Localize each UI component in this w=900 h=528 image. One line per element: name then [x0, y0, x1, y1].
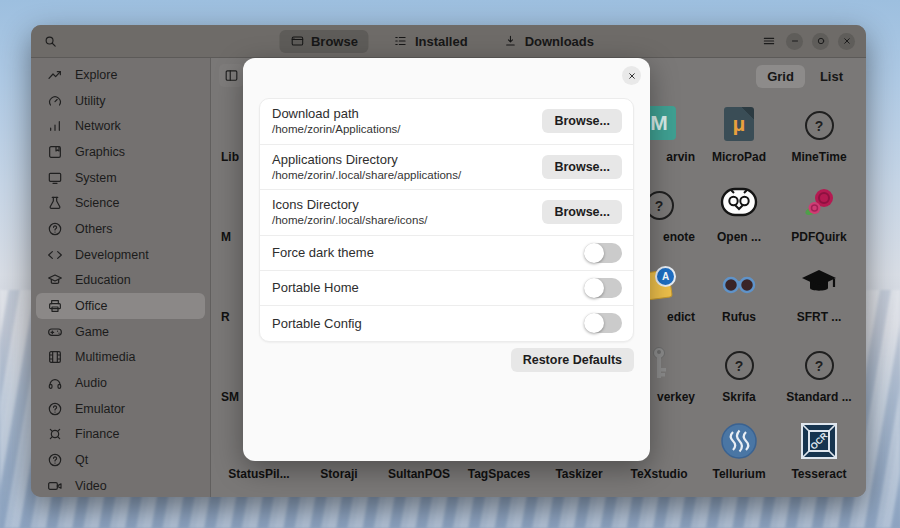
sidebar-item-label: Audio: [75, 376, 107, 390]
grid-view-button[interactable]: Grid: [756, 65, 805, 88]
tab-label: Installed: [415, 34, 468, 49]
app-label: enote: [663, 230, 699, 244]
sidebar-item-multimedia[interactable]: Multimedia: [36, 345, 205, 371]
sidebar-item-office[interactable]: Office: [36, 293, 205, 319]
view-toggle: GridList: [756, 65, 854, 88]
app-label: StatusPil...: [228, 467, 289, 481]
header-tabs: BrowseInstalledDownloads: [279, 25, 605, 57]
app-item[interactable]: SFRT ...: [779, 266, 859, 338]
sidebar-item-network[interactable]: Network: [36, 113, 205, 139]
code-icon: [47, 247, 63, 263]
app-item[interactable]: Rufus: [699, 266, 779, 338]
sidebar-item-video[interactable]: Video: [36, 473, 205, 497]
sidebar-item-system[interactable]: System: [36, 165, 205, 191]
close-icon: [842, 36, 852, 46]
sidebar-item-label: Multimedia: [75, 350, 135, 364]
app-label: SM: [219, 390, 239, 404]
app-item[interactable]: OCRTesseract: [779, 423, 859, 495]
toggle-switch[interactable]: [584, 313, 622, 333]
sidebar-item-education[interactable]: Education: [36, 268, 205, 294]
setting-label: Applications Directory: [272, 152, 542, 168]
sidebar-item-utility[interactable]: Utility: [36, 88, 205, 114]
graduation-cap-icon: [800, 266, 838, 298]
download-icon: [504, 34, 518, 48]
restore-defaults-button[interactable]: Restore Defaults: [511, 348, 634, 372]
app-label: Taskizer: [555, 467, 602, 481]
toggle-switch[interactable]: [584, 278, 622, 298]
app-item[interactable]: Open ...: [699, 186, 779, 258]
app-item[interactable]: ?MineTime: [779, 106, 859, 178]
app-item[interactable]: Tellurium: [699, 423, 779, 495]
sidebar-item-label: Others: [75, 222, 113, 236]
toggle-label: Portable Home: [272, 280, 584, 295]
sidebar-item-graphics[interactable]: Graphics: [36, 139, 205, 165]
app-label: Tesseract: [791, 467, 846, 481]
close-button[interactable]: [838, 33, 855, 50]
missing-icon: ?: [805, 351, 834, 380]
sidebar-item-finance[interactable]: Finance: [36, 422, 205, 448]
sidebar-item-audio[interactable]: Audio: [36, 370, 205, 396]
app-label: edict: [667, 310, 699, 324]
app-label: Standard ...: [786, 390, 851, 404]
browse-button[interactable]: Browse...: [542, 200, 622, 224]
setting-path: /home/zorin/.local/share/applications/: [272, 168, 542, 182]
app-label: R: [219, 310, 230, 324]
maximize-icon: [816, 36, 826, 46]
columns-icon: [224, 68, 239, 83]
sidebar-item-label: Video: [75, 479, 107, 493]
toggle-row-portable-config: Portable Config: [260, 306, 633, 341]
openboard-app-icon: [719, 186, 759, 218]
sidebar-item-development[interactable]: Development: [36, 242, 205, 268]
headerbar: BrowseInstalledDownloads: [31, 25, 866, 58]
setting-path: /home/zorin/Applications/: [272, 122, 542, 136]
image-icon: [47, 144, 63, 160]
app-label: Skrifa: [722, 390, 755, 404]
browse-button[interactable]: Browse...: [542, 109, 622, 133]
sidebar-item-explore[interactable]: Explore: [36, 62, 205, 88]
list-view-button[interactable]: List: [809, 65, 854, 88]
app-window: BrowseInstalledDownloads ExploreUtilityN…: [31, 25, 866, 497]
film-icon: [47, 349, 63, 365]
app-item[interactable]: ?Standard ...: [779, 346, 859, 418]
sidebar-item-science[interactable]: Science: [36, 190, 205, 216]
list-icon: [394, 34, 408, 48]
monitor-icon: [47, 170, 63, 186]
minimize-button[interactable]: [786, 33, 803, 50]
app-item[interactable]: PDFQuirk: [779, 186, 859, 258]
sidebar-toggle-button[interactable]: [219, 64, 244, 87]
sidebar-item-qt[interactable]: Qt: [36, 447, 205, 473]
sidebar-item-label: Office: [75, 299, 107, 313]
window-controls: [760, 33, 855, 50]
browse-button[interactable]: Browse...: [542, 155, 622, 179]
missing-icon: ?: [805, 111, 834, 140]
sidebar-item-label: Utility: [75, 94, 106, 108]
maximize-button[interactable]: [812, 33, 829, 50]
toggle-row-portable-home: Portable Home: [260, 271, 633, 306]
tab-downloads[interactable]: Downloads: [493, 30, 605, 53]
app-label: Lib: [219, 150, 239, 164]
app-item[interactable]: μMicroPad: [699, 106, 779, 178]
signal-icon: [47, 118, 63, 134]
toggle-label: Force dark theme: [272, 245, 584, 260]
headphones-icon: [47, 375, 63, 391]
setting-label: Icons Directory: [272, 197, 542, 213]
category-sidebar: ExploreUtilityNetworkGraphicsSystemScien…: [31, 58, 211, 497]
sidebar-item-label: Emulator: [75, 402, 125, 416]
app-label: SultanPOS: [388, 467, 450, 481]
sidebar-item-others[interactable]: Others: [36, 216, 205, 242]
gauge-icon: [47, 93, 63, 109]
app-item[interactable]: ?Skrifa: [699, 346, 779, 418]
search-icon[interactable]: [40, 31, 60, 51]
sidebar-item-emulator[interactable]: Emulator: [36, 396, 205, 422]
flask-icon: [47, 195, 63, 211]
tab-installed[interactable]: Installed: [383, 30, 479, 53]
setting-label: Download path: [272, 106, 542, 122]
missing-icon: ?: [725, 351, 754, 380]
dialog-close-button[interactable]: [622, 66, 641, 85]
toggle-switch[interactable]: [584, 243, 622, 263]
sidebar-item-label: Science: [75, 196, 119, 210]
menu-button[interactable]: [760, 33, 777, 50]
tab-browse[interactable]: Browse: [279, 30, 369, 53]
sidebar-item-game[interactable]: Game: [36, 319, 205, 345]
tab-label: Browse: [311, 34, 358, 49]
